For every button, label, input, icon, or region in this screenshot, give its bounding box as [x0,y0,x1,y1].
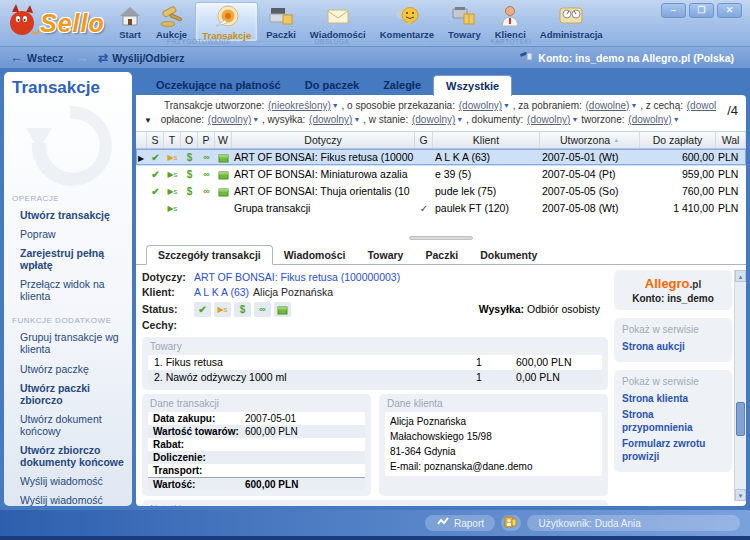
splitter-handle-icon [409,236,473,240]
sidebar-item-zarejestruj-wplate[interactable]: Zarejestruj pełną wpłatę [20,247,124,271]
table-row[interactable]: ✔ ▶s $ ∞ ART OF BONSAI: Thuja orientalis… [136,183,746,200]
toolbar-item-start[interactable]: Start [112,2,148,42]
close-button[interactable]: ✕ [717,3,742,18]
status-linked-toggle[interactable]: ∞ [254,302,271,317]
status-ok-toggle[interactable]: ✔ [194,302,211,317]
filter-tworzone[interactable]: (dowolny) [628,114,671,125]
toolbar-item-klienci[interactable]: Klienci [489,2,532,42]
towary-row[interactable]: 1. Fikus retusa 1 600,00 PLN [148,355,602,370]
status-package-toggle[interactable] [274,302,291,317]
towary-row[interactable]: 2. Nawóz odżywczy 1000 ml 1 0,00 PLN [148,370,602,385]
toolbar-item-paczki[interactable]: Paczki [260,2,302,42]
filter-cecha[interactable]: (dowolny) [687,100,716,111]
filter-utworzone[interactable]: (nieokreślony) [268,100,331,111]
link-strona-przypomnienia[interactable]: Strona przypomnienia [622,408,724,434]
sidebar-item-popraw[interactable]: Popraw [20,228,124,240]
toolbar-item-aukcje[interactable]: Aukcje [150,2,193,42]
tab-wszystkie[interactable]: Wszystkie [433,75,512,96]
auction-link[interactable]: ART OF BONSAI: Fikus retusa (100000003) [194,270,400,285]
tab-zalegle[interactable]: Zaległe [371,75,433,95]
maximize-button[interactable]: ❐ [689,3,714,18]
table-row[interactable]: ✔ ▶s $ ∞ ART OF BONSAI: Miniaturowa azal… [136,166,746,183]
col-t[interactable]: T [164,132,181,148]
filter-oplacone[interactable]: (dowolny) [208,114,251,125]
filter-pobranie[interactable]: (dowolne) [586,100,630,111]
filter-collapse-icon[interactable]: ▼ [144,116,152,125]
chevron-down-icon[interactable]: ▼ [503,102,510,109]
account-indicator[interactable]: Konto: ins_demo na Allegro.pl (Polska) [519,51,740,64]
filter-przekazanie[interactable]: (dowolny) [459,100,502,111]
tab-szczegoly-transakcji[interactable]: Szczegóły transakcji [146,245,273,265]
col-g[interactable]: G [415,132,433,148]
tab-do-paczek[interactable]: Do paczek [293,75,371,95]
detail-scrollbar[interactable]: ▲ ▼ [734,270,746,501]
user-card-button[interactable] [501,515,521,531]
col-dotyczy[interactable]: Dotyczy [232,132,415,148]
row-selector-icon: ▶ [138,154,144,163]
col-utworzona[interactable]: Utworzona▲ [540,132,640,148]
sidebar-item-utworz-transakcje[interactable]: Utwórz transakcję [20,209,124,221]
tab-paczki[interactable]: Paczki [414,246,469,264]
scroll-up-icon[interactable]: ▲ [735,270,746,282]
col-wal[interactable]: Wal [716,132,746,148]
status-paid-toggle[interactable]: $ [234,302,251,317]
splitter[interactable] [136,232,746,244]
scrollbar-track[interactable] [735,282,746,489]
col-o[interactable]: O [181,132,198,148]
col-klient[interactable]: Klient [433,132,540,148]
toolbar-group-labels: PRZYGOTOWANIE OBSŁUGA KARTOTEKI [0,37,750,46]
filter-wysylka[interactable]: (dowolny) [309,114,352,125]
send-receive-icon: ⇄ [98,51,108,65]
back-button[interactable]: Wstecz [27,52,63,64]
raport-button[interactable]: Raport [425,515,495,531]
filter-stan[interactable]: (dowolny) [412,114,455,125]
toolbar-item-wiadomosci[interactable]: Wiadomości [304,2,372,42]
tab-dokumenty[interactable]: Dokumenty [469,246,548,264]
chevron-down-icon[interactable]: ▼ [571,116,578,123]
chevron-down-icon[interactable]: ▼ [332,102,339,109]
sidebar-item-grupuj[interactable]: Grupuj transakcje wg klienta [20,331,124,355]
back-arrow-icon[interactable]: ← [10,50,23,65]
notatki-box: Notatki 1. Pani prosiła o ksero instrukc… [142,500,608,506]
toolbar-item-transakcje[interactable]: Transakcje [195,2,258,42]
allegro-account-box: Allegro.pl Konto: ins_demo [614,270,732,310]
toolbar-item-administracja[interactable]: Administracja [534,2,609,42]
send-receive-button[interactable]: Wyślij/Odbierz [112,52,184,64]
scrollbar-thumb[interactable] [736,402,745,436]
tab-wiadomosci[interactable]: Wiadomości [273,246,357,264]
col-p[interactable]: P [198,132,215,148]
sidebar-item-wyslij-wiadomosc-zbiorczo[interactable]: Wyślij wiadomość zbiorczo [20,494,124,506]
sidebar-item-utworz-dokument[interactable]: Utwórz dokument końcowy [20,413,124,437]
minimize-button[interactable]: – [661,3,686,18]
chevron-down-icon[interactable]: ▼ [252,116,259,123]
tab-oczekujace[interactable]: Oczekujące na płatność [144,75,293,95]
toolbar-item-towary[interactable]: Towary [442,2,487,42]
current-user-button[interactable]: Użytkownik: Duda Ania [527,515,740,531]
status-transfer-toggle[interactable]: ▶s [214,302,231,317]
scroll-down-icon[interactable]: ▼ [735,489,746,501]
forward-arrow-icon[interactable]: → [75,50,88,65]
sidebar-item-wyslij-wiadomosc[interactable]: Wyślij wiadomość [20,475,124,487]
sidebar-item-utworz-paczke[interactable]: Utwórz paczkę [20,363,124,375]
client-link[interactable]: A L K A (63) [194,285,249,300]
link-formularz-zwrotu[interactable]: Formularz zwrotu prowizji [622,437,724,463]
chevron-down-icon[interactable]: ▼ [353,116,360,123]
sidebar-item-utworz-zbiorczo-dokumenty[interactable]: Utwórz zbiorczo dokumenty końcowe [20,444,124,468]
toolbar-item-komentarze[interactable]: Komentarze [374,2,440,42]
filter-line-2: ▼ opłacone: (dowolny)▼ , wysyłka: (dowol… [144,113,716,128]
chevron-down-icon[interactable]: ▼ [456,116,463,123]
link-strona-aukcji[interactable]: Strona aukcji [622,340,724,353]
chevron-down-icon[interactable]: ▼ [630,102,637,109]
col-s[interactable]: S [147,132,164,148]
col-do-zaplaty[interactable]: Do zapłaty [640,132,716,148]
client-line: E-mail: poznanska@dane.demo [385,459,602,474]
sidebar-item-przelacz-widok[interactable]: Przełącz widok na klienta [20,278,124,302]
table-row[interactable]: ▶ ✔ ▶s $ ∞ ART OF BONSAI: Fikus retusa (… [136,149,746,166]
link-strona-klienta[interactable]: Strona klienta [622,392,724,405]
tab-towary[interactable]: Towary [356,246,414,264]
chevron-down-icon[interactable]: ▼ [673,116,680,123]
col-w[interactable]: W [215,132,232,148]
table-row[interactable]: ▶s Grupa transakcji ✓ paulek FT (120) 20… [136,200,746,217]
filter-dokumenty[interactable]: (dowolny) [527,114,570,125]
sidebar-item-utworz-paczki-zbiorczo[interactable]: Utwórz paczki zbiorczo [20,382,124,406]
